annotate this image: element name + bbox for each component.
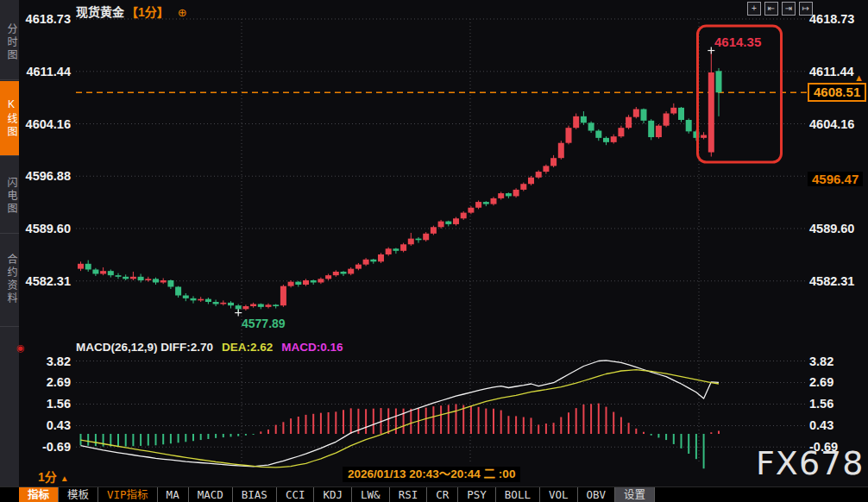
tab-bias[interactable]: BIAS <box>233 487 277 502</box>
macd-axis-label: 3.82 <box>19 354 71 369</box>
macd-axis-label: 2.69 <box>19 374 71 390</box>
tab-cci[interactable]: CCI <box>277 487 315 502</box>
watermark-logo: FX678 <box>756 444 864 482</box>
sidebar-item-time-share-chart[interactable]: 分时图 <box>0 5 19 80</box>
low-price-annotation: 4577.89 <box>242 317 286 330</box>
tab-rsi[interactable]: RSI <box>390 487 428 502</box>
interval-label: 【1分】 <box>126 5 169 19</box>
tab-macd[interactable]: MACD <box>189 487 233 502</box>
macd-axis-label: -0.69 <box>19 439 71 455</box>
macd-axis-label: 0.43 <box>19 417 71 433</box>
price-marker-icon: ▲ <box>854 72 864 83</box>
chart-title: 现货黄金【1分】 ⊕ <box>76 3 187 20</box>
chevron-up-icon: ▲ <box>60 474 69 483</box>
tab-obv[interactable]: OBV <box>578 487 616 502</box>
bar-datetime-range: 2026/01/13 20:43～20:44 二 :00 <box>343 467 520 482</box>
price-axis-label: 4582.31 <box>809 273 866 289</box>
macd-axis-label: 0.43 <box>809 417 866 433</box>
indicator-tabbar: 指标模板VIP指标MAMACDBIASCCIKDJLW&RSICRPSYBOLL… <box>0 486 868 502</box>
price-axis-label: 4604.16 <box>809 116 866 132</box>
tab-vip-indicator[interactable]: VIP指标 <box>98 487 158 502</box>
macd-axis-label: 1.56 <box>19 396 71 411</box>
zoom-x-axis-icon[interactable]: ⇥ <box>782 2 796 16</box>
price-axis-label: 4604.16 <box>19 116 71 132</box>
high-price-annotation: 4614.35 <box>714 35 761 49</box>
macd-axis-label: 1.56 <box>809 396 866 411</box>
tab-vol[interactable]: VOL <box>540 487 578 502</box>
macd-params-diff: MACD(26,12,9) DIFF:2.70 <box>76 341 213 354</box>
tab-template[interactable]: 模板 <box>59 487 98 502</box>
symbol-name: 现货黄金 <box>76 5 124 19</box>
macd-hist-value: MACD:0.16 <box>281 341 343 354</box>
sidebar-item-kline-chart[interactable]: K线图 <box>0 81 19 156</box>
tab-cr[interactable]: CR <box>427 487 458 502</box>
macd-dea-value: DEA:2.62 <box>222 341 273 354</box>
price-axis-label: 4596.88 <box>19 168 71 184</box>
tab-psy[interactable]: PSY <box>458 487 496 502</box>
tab-ma[interactable]: MA <box>158 487 189 502</box>
period-value: 1分 <box>38 470 57 484</box>
chart-toolbar: +⇤⇥↦ <box>747 2 813 16</box>
price-axis-label: 4618.73 <box>809 11 866 27</box>
price-axis-label: 4611.44 <box>19 64 71 79</box>
price-axis-label: 4618.73 <box>19 11 71 27</box>
current-price-badge: 4608.51 <box>808 83 866 102</box>
tab-boll[interactable]: BOLL <box>496 487 540 502</box>
tab-kdj[interactable]: KDJ <box>314 487 352 502</box>
price-axis-label: 4582.31 <box>19 273 71 289</box>
chart-type-sidebar: 分时图K线图闪电图合约资料 <box>0 0 19 502</box>
price-axis-label: 4589.60 <box>809 221 866 236</box>
macd-indicator-header: MACD(26,12,9) DIFF:2.70DEA:2.62MACD:0.16 <box>76 341 343 354</box>
add-indicator-icon[interactable]: ⊕ <box>178 6 187 19</box>
sidebar-item-contract-info[interactable]: 合约资料 <box>0 233 19 327</box>
tab-lwr[interactable]: LW& <box>352 487 390 502</box>
zoom-y-axis-icon[interactable]: ⇤ <box>764 2 778 16</box>
sidebar-item-flash-chart[interactable]: 闪电图 <box>0 159 19 234</box>
period-selector[interactable]: 1分▲ <box>38 467 69 485</box>
candlestick-macd-chart[interactable] <box>0 0 868 502</box>
move-icon[interactable]: + <box>747 2 761 16</box>
reference-price-badge: 4596.47 <box>808 172 863 186</box>
tab-settings[interactable]: 设置 <box>615 487 655 502</box>
tab-indicator[interactable]: 指标 <box>19 487 59 502</box>
price-axis-label: 4589.60 <box>19 221 71 236</box>
trading-app-window: 分时图K线图闪电图合约资料 现货黄金【1分】 ⊕ +⇤⇥↦ 4618.73461… <box>0 0 868 502</box>
macd-axis-label: 2.69 <box>809 374 866 390</box>
alert-icon: ◉ <box>16 342 25 354</box>
macd-axis-label: 3.82 <box>809 354 866 369</box>
